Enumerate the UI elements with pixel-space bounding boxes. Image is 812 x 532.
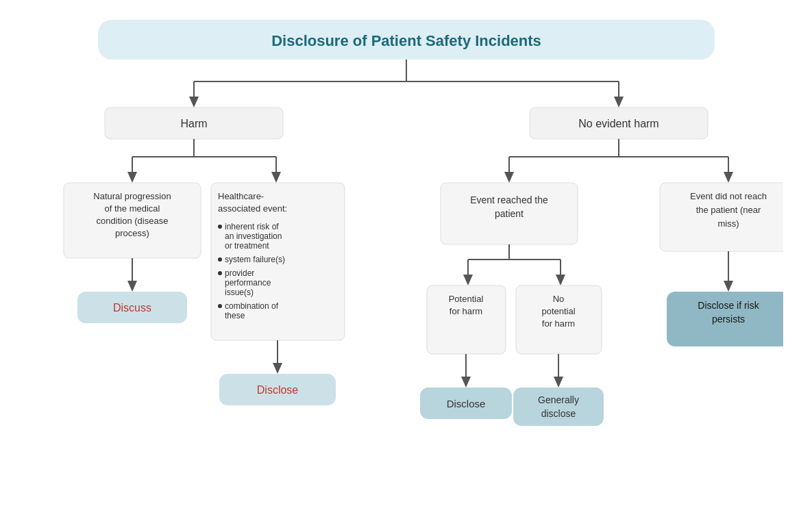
- svg-text:No: No: [552, 294, 564, 304]
- svg-text:process): process): [115, 228, 149, 238]
- disclose-risk-outcome: Disclose if risk: [698, 300, 759, 311]
- svg-text:potential: potential: [541, 306, 575, 316]
- svg-marker-68: [554, 377, 563, 388]
- svg-rect-69: [513, 388, 604, 426]
- svg-marker-76: [724, 281, 733, 292]
- svg-text:system failure(s): system failure(s): [225, 255, 285, 264]
- svg-text:inherent risk of: inherent risk of: [225, 222, 279, 231]
- svg-text:disclose: disclose: [541, 408, 576, 419]
- svg-text:performance: performance: [225, 278, 271, 288]
- svg-marker-56: [556, 275, 565, 286]
- svg-point-32: [218, 271, 222, 275]
- svg-text:for harm: for harm: [449, 306, 482, 316]
- flowchart-container: Disclosure of Patient Safety Incidents H…: [0, 13, 812, 520]
- svg-text:associated event:: associated event:: [218, 203, 287, 214]
- svg-marker-46: [504, 172, 514, 183]
- svg-text:or treatment: or treatment: [225, 241, 269, 251]
- generally-disclose-outcome: Generally: [538, 394, 579, 405]
- no-harm-label: No evident harm: [578, 118, 659, 129]
- svg-point-36: [218, 304, 222, 308]
- svg-marker-14: [271, 172, 281, 183]
- svg-text:Event did not reach: Event did not reach: [689, 191, 766, 201]
- svg-marker-47: [724, 172, 733, 183]
- svg-text:persists: persists: [711, 314, 744, 325]
- svg-text:Potential: Potential: [448, 294, 483, 304]
- svg-text:Event reached the: Event reached the: [470, 194, 548, 205]
- svg-marker-6: [614, 97, 624, 107]
- svg-text:condition (disease: condition (disease: [96, 216, 168, 226]
- svg-text:of the medical: of the medical: [104, 203, 160, 214]
- svg-text:patient: patient: [494, 208, 523, 219]
- svg-text:Healthcare-: Healthcare-: [218, 191, 264, 201]
- disclose-potential-outcome: Disclose: [446, 398, 485, 409]
- title: Disclosure of Patient Safety Incidents: [271, 32, 541, 49]
- svg-text:combination of: combination of: [225, 301, 279, 311]
- svg-text:an investigation: an investigation: [225, 231, 282, 241]
- svg-text:these: these: [225, 311, 245, 320]
- svg-text:issue(s): issue(s): [225, 288, 254, 297]
- svg-text:the patient (near: the patient (near: [696, 205, 761, 215]
- svg-marker-5: [189, 97, 199, 107]
- svg-text:for harm: for harm: [541, 318, 574, 329]
- svg-point-30: [218, 257, 222, 262]
- svg-text:miss): miss): [717, 218, 739, 229]
- svg-point-26: [218, 225, 222, 229]
- discuss-outcome: Discuss: [112, 302, 151, 314]
- svg-marker-40: [273, 363, 282, 374]
- svg-text:Natural progression: Natural progression: [93, 191, 171, 201]
- svg-text:provider: provider: [225, 268, 254, 278]
- svg-marker-65: [461, 377, 471, 388]
- svg-marker-13: [127, 172, 137, 183]
- svg-marker-21: [127, 281, 137, 292]
- harm-label: Harm: [180, 118, 207, 129]
- svg-marker-55: [463, 275, 473, 286]
- disclose-harm-outcome: Disclose: [256, 384, 298, 396]
